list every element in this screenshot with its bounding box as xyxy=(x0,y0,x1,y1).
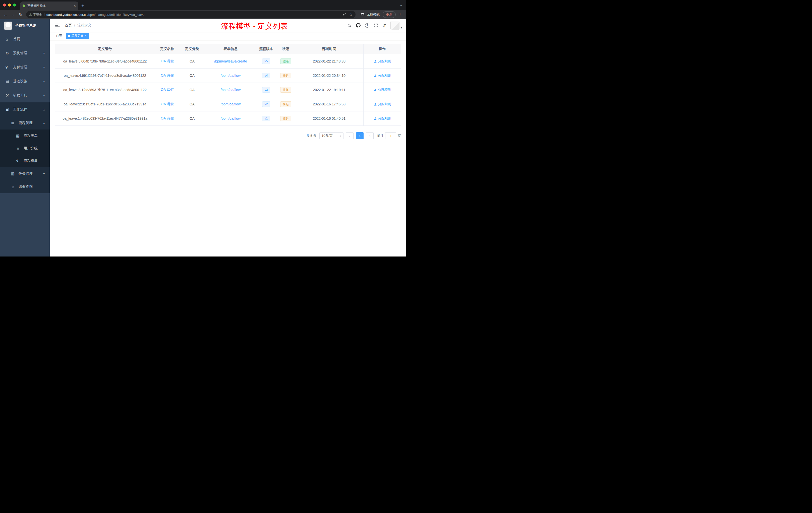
list-icon: ≣ xyxy=(11,121,17,125)
definition-name-link[interactable]: OA 请假 xyxy=(161,88,174,92)
browser-menu-icon[interactable]: ⋮ xyxy=(396,12,404,17)
sidebar-logo[interactable]: 芋道管理系统 xyxy=(0,19,50,32)
chevron-down-icon: ▾ xyxy=(340,134,341,137)
bookmark-star-icon[interactable]: ☆ xyxy=(349,12,352,17)
tag-home[interactable]: 首页 xyxy=(54,33,64,39)
infrastructure-icon: ▤ xyxy=(5,79,11,84)
column-header: 部署时间 xyxy=(322,47,336,51)
assign-rule-button[interactable]: 分配规则 xyxy=(374,102,391,107)
user-icon xyxy=(374,103,377,106)
tag-close-icon[interactable]: × xyxy=(85,34,87,37)
security-label: 不安全 xyxy=(33,12,42,17)
form-icon: ▦ xyxy=(16,133,22,138)
deploy-time: 2022-01-16 01:40:51 xyxy=(313,117,346,120)
sidebar-item-infrastructure[interactable]: ▤ 基础设施 ▾ xyxy=(0,74,50,88)
form-link[interactable]: /bpm/oa/flow xyxy=(221,73,240,78)
definition-name-link[interactable]: OA 请假 xyxy=(161,102,174,107)
sidebar: 芋道管理系统 ⌂ 首页 ⚙ 系统管理 ▾ ¥ 支付管理 ▾ ▤ 基础设施 ▾ xyxy=(0,19,50,256)
sidebar-item-process-mgmt[interactable]: ≣ 流程管理 ▴ xyxy=(0,117,50,129)
sidebar-item-label: 工作流程 xyxy=(13,107,27,112)
definition-name-link[interactable]: OA 请假 xyxy=(161,59,174,63)
definition-category: OA xyxy=(190,102,195,106)
definition-name-link[interactable]: OA 请假 xyxy=(161,73,174,78)
form-link[interactable]: /bpm/oa/flow xyxy=(221,102,240,106)
total-count: 共 5 条 xyxy=(306,133,316,138)
tab-search-chevron-icon[interactable]: ⌄ xyxy=(400,3,403,7)
definition-id: oa_leave:3:1fad3d93-7b75-11ec-a3c8-acde4… xyxy=(63,88,147,92)
sidebar-filler xyxy=(0,193,50,256)
page-unit-label: 页 xyxy=(398,133,401,138)
browser-window: 芋道管理系统 × + ⌄ ← → ↻ ⚠ 不安全 dashboard.yudao… xyxy=(0,0,406,256)
sidebar-item-workflow[interactable]: ▣ 工作流程 ▴ xyxy=(0,102,50,117)
sidebar-item-user-group[interactable]: ☺ 用户分组 xyxy=(0,142,50,155)
user-icon xyxy=(374,88,377,92)
zoom-window-button[interactable] xyxy=(13,3,16,6)
breadcrumb-current: 流程定义 xyxy=(77,23,91,28)
sidebar-item-home[interactable]: ⌂ 首页 xyxy=(0,32,50,46)
chrome-update-button[interactable]: 更新 xyxy=(383,11,396,18)
assign-rule-button[interactable]: 分配规则 xyxy=(374,116,391,121)
assign-rule-button[interactable]: 分配规则 xyxy=(374,73,391,78)
form-link[interactable]: /bpm/oa/leave/create xyxy=(214,59,247,63)
new-tab-button[interactable]: + xyxy=(78,1,87,10)
caret-down-icon: ▾ xyxy=(401,26,402,30)
browser-tab[interactable]: 芋道管理系统 × xyxy=(20,1,78,10)
deploy-time: 2022-01-16 17:46:53 xyxy=(313,102,346,106)
help-icon[interactable]: ? xyxy=(365,23,369,28)
tab-close-icon[interactable]: × xyxy=(74,4,76,8)
incognito-icon xyxy=(360,13,365,17)
next-page-button[interactable]: › xyxy=(366,132,374,139)
sidebar-item-label: 系统管理 xyxy=(13,51,27,56)
key-icon[interactable] xyxy=(342,12,346,17)
sidebar-item-payment-mgmt[interactable]: ¥ 支付管理 ▾ xyxy=(0,60,50,74)
sidebar-item-system-mgmt[interactable]: ⚙ 系统管理 ▾ xyxy=(0,46,50,60)
forward-button[interactable]: → xyxy=(9,11,17,18)
font-size-icon[interactable]: tT xyxy=(382,23,386,28)
incognito-badge: 无痕模式 xyxy=(357,12,382,17)
logo-avatar xyxy=(4,22,12,30)
prev-page-button[interactable]: ‹ xyxy=(346,132,353,139)
hamburger-icon xyxy=(55,23,60,27)
user-icon xyxy=(374,60,377,63)
assign-rule-label: 分配规则 xyxy=(378,88,391,92)
sidebar-item-task-mgmt[interactable]: ▥ 任务管理 ▾ xyxy=(0,167,50,180)
user-menu[interactable]: ▾ xyxy=(390,21,402,30)
url-host: dashboard.yudao.iocoder.cn xyxy=(47,13,87,17)
breadcrumb-home[interactable]: 首页 xyxy=(65,23,72,28)
definition-category: OA xyxy=(190,59,195,63)
reload-button[interactable]: ↻ xyxy=(17,11,24,18)
security-warning[interactable]: ⚠ 不安全 xyxy=(29,12,42,17)
page-jump-input[interactable] xyxy=(385,132,396,139)
user-group-icon: ☺ xyxy=(16,146,22,151)
version-badge: v3 xyxy=(262,87,270,93)
url-text: dashboard.yudao.iocoder.cn/bpm/manager/d… xyxy=(47,13,340,17)
status-badge: 挂起 xyxy=(280,73,291,78)
fullscreen-icon[interactable] xyxy=(374,23,378,27)
search-icon[interactable] xyxy=(347,23,351,28)
warning-icon: ⚠ xyxy=(29,13,32,16)
page-number-button[interactable]: 1 xyxy=(356,132,364,139)
sidebar-item-label: 研发工具 xyxy=(13,93,27,98)
form-link[interactable]: /bpm/oa/flow xyxy=(221,88,240,92)
sidebar-item-process-form[interactable]: ▦ 流程表单 xyxy=(0,129,50,142)
sidebar-item-dev-tools[interactable]: ⚒ 研发工具 ▾ xyxy=(0,88,50,102)
definition-name-link[interactable]: OA 请假 xyxy=(161,116,174,121)
table-header: 定义编号 定义名称 定义分类 表单信息 流程版本 状态 部署时间 操作 xyxy=(55,44,401,54)
address-bar[interactable]: ⚠ 不安全 dashboard.yudao.iocoder.cn/bpm/man… xyxy=(26,11,355,18)
sidebar-collapse-button[interactable] xyxy=(54,22,61,28)
sidebar-item-label: 首页 xyxy=(13,37,20,41)
tag-process-definition[interactable]: 流程定义 × xyxy=(66,33,89,39)
sidebar-item-leave-query[interactable]: ☺ 请假查询 xyxy=(0,180,50,193)
back-button[interactable]: ← xyxy=(2,11,9,18)
assign-rule-button[interactable]: 分配规则 xyxy=(374,88,391,92)
sidebar-item-process-model[interactable]: ✈ 流程模型 xyxy=(0,155,50,167)
minimize-window-button[interactable] xyxy=(8,3,11,6)
deploy-time: 2022-01-22 21:48:38 xyxy=(313,59,346,63)
close-window-button[interactable] xyxy=(3,3,6,6)
version-badge: v1 xyxy=(262,116,270,121)
chevron-up-icon: ▴ xyxy=(43,108,45,111)
github-icon[interactable] xyxy=(356,23,360,28)
form-link[interactable]: /bpm/oa/flow xyxy=(221,117,240,120)
page-size-select[interactable]: 10条/页 ▾ xyxy=(319,132,344,139)
assign-rule-button[interactable]: 分配规则 xyxy=(374,59,391,63)
